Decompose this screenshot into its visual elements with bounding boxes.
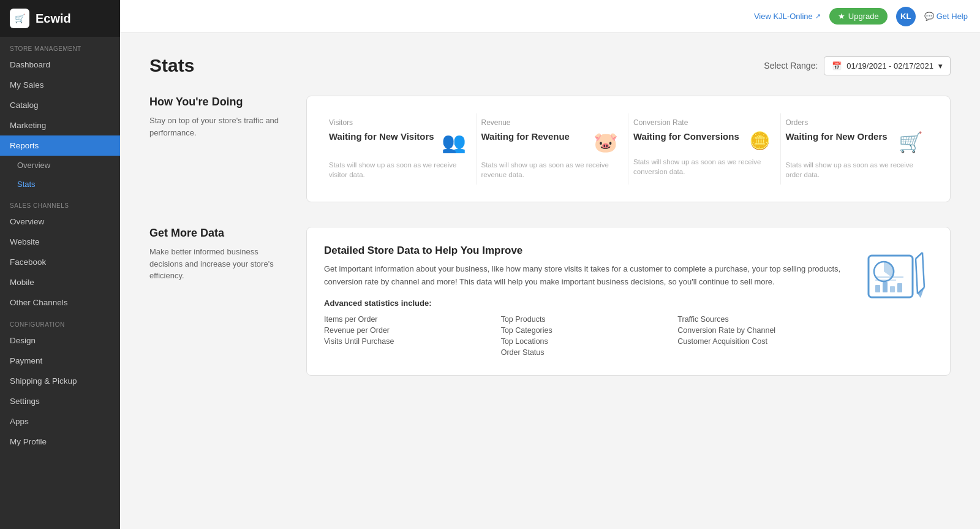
stat-revenue: Revenue Waiting for Revenue 🐷 Stats will… bbox=[477, 113, 629, 185]
how-heading: How You're Doing bbox=[149, 96, 284, 108]
conversion-icon: 🪙 bbox=[749, 131, 771, 151]
svg-rect-2 bbox=[875, 285, 880, 292]
external-link-icon: ↗ bbox=[815, 12, 821, 20]
date-range-picker[interactable]: 📅 01/19/2021 - 02/17/2021 ▾ bbox=[824, 56, 951, 75]
data-card-inner: Detailed Store Data to Help You Improve … bbox=[324, 245, 933, 358]
how-section: How You're Doing Stay on top of your sto… bbox=[149, 96, 951, 202]
more-data-intro: Get More Data Make better informed busin… bbox=[149, 227, 284, 282]
adv-item-5: Top Categories bbox=[501, 325, 668, 336]
header: View KJL-Online ↗ ★ Upgrade KL 💬 Get Hel… bbox=[120, 0, 980, 33]
more-data-description: Make better informed business decisions … bbox=[149, 246, 284, 282]
chart-illustration-icon bbox=[865, 249, 927, 305]
stats-grid: Visitors Waiting for New Visitors 👥 Stat… bbox=[324, 113, 933, 185]
sidebar-item-settings[interactable]: Settings bbox=[0, 391, 120, 411]
adv-col2: Top Products Top Categories Top Location… bbox=[501, 314, 668, 358]
stat-orders-value: Waiting for New Orders bbox=[786, 131, 888, 143]
svg-rect-3 bbox=[883, 282, 888, 292]
calendar-icon: 📅 bbox=[832, 61, 842, 70]
sidebar-item-website[interactable]: Website bbox=[0, 232, 120, 252]
upgrade-button[interactable]: ★ Upgrade bbox=[829, 8, 888, 25]
advanced-grid: Items per Order Revenue per Order Visits… bbox=[324, 314, 845, 358]
sidebar-item-reports[interactable]: Reports bbox=[0, 135, 120, 156]
configuration-label: Configuration bbox=[0, 313, 120, 330]
sidebar-item-facebook[interactable]: Facebook bbox=[0, 252, 120, 272]
sidebar-item-my-profile[interactable]: My Profile bbox=[0, 432, 120, 452]
sidebar-item-my-sales[interactable]: My Sales bbox=[0, 75, 120, 95]
main-area: View KJL-Online ↗ ★ Upgrade KL 💬 Get Hel… bbox=[120, 0, 980, 529]
sales-channels-label: Sales channels bbox=[0, 194, 120, 211]
stat-conversion: Conversion Rate Waiting for Conversions … bbox=[628, 113, 781, 185]
more-data-section: Get More Data Make better informed busin… bbox=[149, 227, 951, 376]
sidebar-sub-overview[interactable]: Overview bbox=[0, 156, 120, 175]
view-store-link[interactable]: View KJL-Online ↗ bbox=[754, 12, 821, 21]
sidebar-item-dashboard[interactable]: Dashboard bbox=[0, 55, 120, 75]
svg-marker-13 bbox=[918, 287, 924, 298]
adv-item-1: Items per Order bbox=[324, 314, 491, 325]
star-icon: ★ bbox=[838, 12, 845, 21]
sidebar: 🛒 Ecwid Store management Dashboard My Sa… bbox=[0, 0, 120, 529]
adv-item-4: Top Products bbox=[501, 314, 668, 325]
adv-item-6: Top Locations bbox=[501, 336, 668, 347]
chevron-down-icon: ▾ bbox=[938, 61, 943, 70]
sidebar-sub-stats[interactable]: Stats bbox=[0, 175, 120, 194]
svg-line-9 bbox=[916, 259, 918, 294]
adv-item-2: Revenue per Order bbox=[324, 325, 491, 336]
adv-item-7: Order Status bbox=[501, 347, 668, 358]
page-header: Stats Select Range: 📅 01/19/2021 - 02/17… bbox=[149, 55, 951, 76]
sidebar-item-design[interactable]: Design bbox=[0, 330, 120, 351]
date-range-value: 01/19/2021 - 02/17/2021 bbox=[846, 61, 933, 70]
adv-col3: Traffic Sources Conversion Rate by Chann… bbox=[677, 314, 845, 358]
stat-revenue-value: Waiting for Revenue bbox=[481, 131, 570, 143]
more-data-heading: Get More Data bbox=[149, 227, 284, 240]
adv-col1: Items per Order Revenue per Order Visits… bbox=[324, 314, 491, 358]
sidebar-logo[interactable]: 🛒 Ecwid bbox=[0, 0, 120, 37]
stat-conversion-label: Conversion Rate bbox=[633, 118, 771, 127]
data-card-title: Detailed Store Data to Help You Improve bbox=[324, 245, 845, 257]
stat-orders-row: Waiting for New Orders 🛒 bbox=[786, 131, 924, 154]
svg-rect-5 bbox=[897, 283, 902, 292]
advanced-label: Advanced statistics include: bbox=[324, 299, 845, 308]
content-area: Stats Select Range: 📅 01/19/2021 - 02/17… bbox=[120, 33, 980, 529]
visitors-icon: 👥 bbox=[442, 131, 466, 154]
select-range-label: Select Range: bbox=[764, 61, 818, 70]
data-card-text: Detailed Store Data to Help You Improve … bbox=[324, 245, 845, 358]
logo-icon: 🛒 bbox=[10, 9, 29, 28]
stat-visitors-label: Visitors bbox=[329, 118, 466, 127]
sidebar-item-apps[interactable]: Apps bbox=[0, 411, 120, 432]
orders-icon: 🛒 bbox=[899, 131, 923, 154]
stat-revenue-label: Revenue bbox=[481, 118, 619, 127]
stat-visitors: Visitors Waiting for New Visitors 👥 Stat… bbox=[324, 113, 477, 185]
stat-visitors-row: Waiting for New Visitors 👥 bbox=[329, 131, 466, 154]
stat-conversion-note: Stats will show up as soon as we receive… bbox=[633, 157, 771, 177]
stat-visitors-note: Stats will show up as soon as we receive… bbox=[329, 160, 466, 180]
svg-line-12 bbox=[916, 253, 922, 259]
adv-item-9: Conversion Rate by Channel bbox=[677, 325, 845, 336]
svg-rect-4 bbox=[890, 286, 895, 292]
sidebar-item-other-channels[interactable]: Other Channels bbox=[0, 292, 120, 313]
sidebar-item-marketing[interactable]: Marketing bbox=[0, 115, 120, 135]
sidebar-item-overview-sc[interactable]: Overview bbox=[0, 211, 120, 232]
adv-item-3: Visits Until Purchase bbox=[324, 336, 491, 347]
how-intro: How You're Doing Stay on top of your sto… bbox=[149, 96, 284, 139]
how-description: Stay on top of your store's traffic and … bbox=[149, 115, 284, 139]
get-help-button[interactable]: 💬 Get Help bbox=[924, 12, 968, 21]
stat-conversion-value: Waiting for Conversions bbox=[633, 131, 739, 143]
sidebar-item-mobile[interactable]: Mobile bbox=[0, 272, 120, 292]
stat-revenue-row: Waiting for Revenue 🐷 bbox=[481, 131, 619, 154]
avatar[interactable]: KL bbox=[896, 7, 916, 26]
logo-text: Ecwid bbox=[36, 12, 71, 26]
page-title: Stats bbox=[149, 55, 194, 76]
stat-orders-note: Stats will show up as soon as we receive… bbox=[786, 160, 924, 180]
sidebar-item-payment[interactable]: Payment bbox=[0, 351, 120, 371]
how-card: Visitors Waiting for New Visitors 👥 Stat… bbox=[306, 96, 951, 202]
sidebar-item-catalog[interactable]: Catalog bbox=[0, 95, 120, 115]
revenue-icon: 🐷 bbox=[594, 131, 618, 154]
store-management-label: Store management bbox=[0, 37, 120, 55]
chat-icon: 💬 bbox=[924, 12, 934, 21]
adv-item-8: Traffic Sources bbox=[677, 314, 845, 325]
sidebar-item-shipping[interactable]: Shipping & Pickup bbox=[0, 371, 120, 391]
stat-conversion-row: Waiting for Conversions 🪙 bbox=[633, 131, 771, 151]
adv-item-10: Customer Acquisition Cost bbox=[677, 336, 845, 347]
data-card-desc: Get important information about your bus… bbox=[324, 263, 845, 289]
svg-line-10 bbox=[922, 253, 924, 287]
